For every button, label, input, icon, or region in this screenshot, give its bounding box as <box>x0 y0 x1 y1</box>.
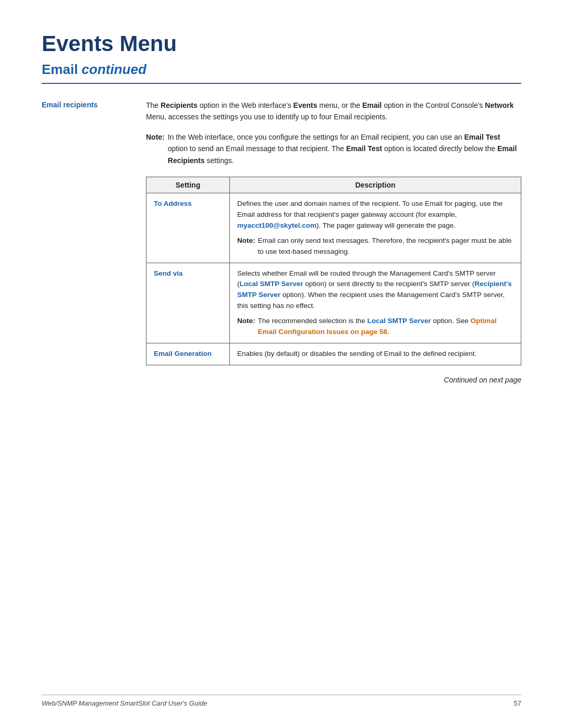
note-text: In the Web interface, once you configure… <box>168 131 521 166</box>
footer-page: 57 <box>514 699 521 707</box>
to-address-note-label: Note: <box>237 236 255 257</box>
desc-to-address: Defines the user and domain names of the… <box>230 193 521 263</box>
email-bold: Email <box>362 101 382 109</box>
note-block: Note: In the Web interface, once you con… <box>146 131 521 166</box>
table-header-row: Setting Description <box>146 177 521 193</box>
desc-email-generation: Enables (by default) or disables the sen… <box>230 343 521 365</box>
email-recipients-bold: Email Recipients <box>168 144 517 164</box>
right-content: The Recipients option in the Web interfa… <box>146 100 521 384</box>
to-address-note-text: Email can only send text messages. There… <box>258 236 514 257</box>
local-smtp-bold: Local SMTP Server <box>240 280 303 288</box>
footer-left: Web/SNMP Management SmartSlot Card User'… <box>42 699 207 707</box>
email-test-bold-1: Email Test <box>464 133 500 141</box>
page-container: Events Menu Email continued Email recipi… <box>0 0 563 426</box>
events-bold: Events <box>293 101 317 109</box>
table-header-setting: Setting <box>146 177 230 193</box>
desc-send-via: Selects whether Email will be routed thr… <box>230 263 521 343</box>
section-title-italic: continued <box>82 61 146 77</box>
setting-to-address: To Address <box>146 193 230 263</box>
send-via-note-text: The recommended selection is the Local S… <box>258 316 514 338</box>
section-heading: Email continued <box>42 61 521 78</box>
email-test-bold-2: Email Test <box>346 144 382 153</box>
table-row: Email Generation Enables (by default) or… <box>146 343 521 365</box>
network-bold: Network <box>485 101 513 109</box>
to-address-note: Note: Email can only send text messages.… <box>237 236 513 257</box>
note-label: Note: <box>146 131 165 166</box>
setting-send-via: Send via <box>146 263 230 343</box>
table-row: Send via Selects whether Email will be r… <box>146 263 521 343</box>
example-email: myacct100@skytel.com <box>237 221 316 229</box>
left-label: Email recipients <box>42 100 130 384</box>
continued-text: Continued on next page <box>146 376 521 384</box>
settings-table: Setting Description To Address Defines t… <box>146 177 521 365</box>
local-smtp-recommended-bold: Local SMTP Server <box>368 317 431 325</box>
table-row: To Address Defines the user and domain n… <box>146 193 521 263</box>
page-footer: Web/SNMP Management SmartSlot Card User'… <box>42 695 521 707</box>
content-area: Email recipients The Recipients option i… <box>42 100 521 384</box>
page-title: Events Menu <box>42 31 521 56</box>
table-header-description: Description <box>230 177 521 193</box>
section-title-bold: Email <box>42 61 78 77</box>
recipients-bold: Recipients <box>161 101 198 109</box>
main-description: The Recipients option in the Web interfa… <box>146 100 521 123</box>
send-via-note-label: Note: <box>237 316 255 338</box>
section-divider <box>42 83 521 84</box>
setting-email-generation: Email Generation <box>146 343 230 365</box>
send-via-note: Note: The recommended selection is the L… <box>237 316 513 338</box>
